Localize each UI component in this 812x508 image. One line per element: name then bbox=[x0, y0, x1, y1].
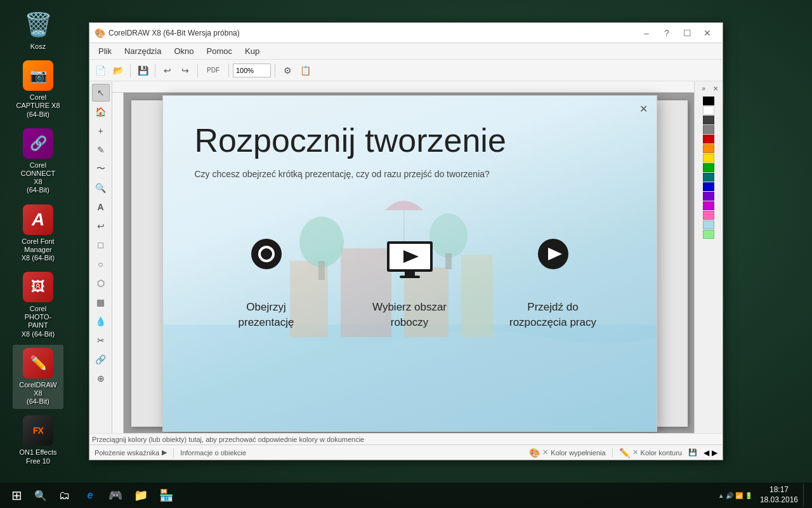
pdf-button[interactable]: PDF bbox=[202, 62, 225, 79]
color-swatch-yellow[interactable] bbox=[703, 154, 714, 163]
menu-narzedzia[interactable]: Narzędzia bbox=[118, 44, 168, 58]
menu-kup[interactable]: Kup bbox=[239, 44, 266, 58]
color-swatch-green[interactable] bbox=[703, 163, 714, 172]
modal-action-tour[interactable]: Obejrzyj prezentację bbox=[195, 217, 338, 349]
show-desktop-button[interactable] bbox=[803, 484, 807, 507]
zoom-input[interactable] bbox=[233, 64, 271, 77]
sep5 bbox=[275, 64, 275, 77]
home-tool[interactable]: 🏠 bbox=[92, 103, 110, 121]
left-toolbar: ↖ 🏠 + ✎ 〜 🔍 A ↩ □ ○ ⬡ ▦ 💧 ✂ 🔗 ⊕ bbox=[89, 81, 112, 433]
close-button[interactable]: ✕ bbox=[697, 25, 717, 41]
menu-bar: Plik Narzędzia Okno Pomoc Kup bbox=[89, 43, 723, 60]
color-swatch-teal[interactable] bbox=[703, 173, 714, 182]
desktop-icon-capture[interactable]: 📷 Corel CAPTURE X8 (64-Bit) bbox=[13, 57, 63, 122]
desktop-icon-on1[interactable]: FX ON1 Effects Free 10 bbox=[13, 412, 63, 468]
desktop-icon-connect[interactable]: 🔗 Corel CONNECT X8 (64-Bit) bbox=[13, 125, 63, 198]
save-button[interactable]: 💾 bbox=[134, 62, 151, 79]
nav-prev-button[interactable]: ◀ bbox=[704, 448, 709, 457]
contour-label: Kolor konturu bbox=[641, 449, 682, 457]
ruler-left bbox=[112, 93, 124, 433]
eyedropper-tool[interactable]: 💧 bbox=[92, 312, 110, 330]
shape-tool[interactable]: □ bbox=[92, 236, 110, 254]
color-strip: Przeciągnij kolory (lub obiekty) tutaj, … bbox=[89, 433, 723, 444]
panel-expand-button[interactable]: » bbox=[698, 83, 709, 94]
sep4 bbox=[228, 64, 229, 77]
explorer-button[interactable]: 📁 bbox=[131, 485, 151, 505]
steam-button[interactable]: 🎮 bbox=[105, 485, 126, 505]
sep1 bbox=[130, 64, 131, 77]
menu-pomoc[interactable]: Pomoc bbox=[200, 44, 239, 58]
tour-label: Obejrzyj prezentację bbox=[239, 300, 294, 330]
color-strip-hint: Przeciągnij kolory (lub obiekty) tutaj, … bbox=[92, 436, 364, 443]
color-swatch-gray[interactable] bbox=[703, 125, 714, 134]
contour-x-icon: ✕ bbox=[632, 448, 638, 457]
modal-action-workspace[interactable]: Wybierz obszar roboczy bbox=[338, 217, 481, 349]
main-area: ↖ 🏠 + ✎ 〜 🔍 A ↩ □ ○ ⬡ ▦ 💧 ✂ 🔗 ⊕ bbox=[89, 81, 723, 433]
menu-okno[interactable]: Okno bbox=[167, 44, 200, 58]
edge-button[interactable]: e bbox=[80, 485, 100, 505]
color-swatch-lightgreen[interactable] bbox=[703, 230, 714, 239]
color-swatch-magenta[interactable] bbox=[703, 201, 714, 210]
color-swatch-white[interactable] bbox=[703, 106, 714, 115]
select-tool[interactable]: ↖ bbox=[92, 84, 110, 102]
title-bar-buttons: – ? ☐ ✕ bbox=[636, 25, 717, 41]
nav-next-button[interactable]: ▶ bbox=[712, 448, 717, 457]
color-swatch-black[interactable] bbox=[703, 97, 714, 105]
color-swatch-purple[interactable] bbox=[703, 192, 714, 201]
desktop-icon-font[interactable]: A Corel Font Manager X8 (64-Bit) bbox=[13, 201, 63, 266]
modal-actions: Obejrzyj prezentację bbox=[195, 217, 625, 349]
interactive-tool[interactable]: 🔗 bbox=[92, 351, 110, 368]
text-tool[interactable]: A bbox=[92, 198, 110, 216]
start-icon bbox=[528, 236, 579, 287]
fill-tool[interactable]: ▦ bbox=[92, 293, 110, 311]
color-swatch-pink[interactable] bbox=[703, 211, 714, 220]
modal-action-start[interactable]: Przejdź do rozpoczęcia pracy bbox=[481, 217, 625, 349]
polygon-tool[interactable]: ⬡ bbox=[92, 274, 110, 292]
color-swatch-lightblue[interactable] bbox=[703, 220, 714, 229]
settings-button[interactable]: ⚙ bbox=[279, 62, 296, 79]
panel-close-button[interactable]: ✕ bbox=[710, 83, 721, 94]
plus-tool[interactable]: + bbox=[92, 122, 110, 140]
desktop-icon-coreldraw[interactable]: ✏️ CorelDRAW X8 (64-Bit) bbox=[13, 345, 63, 410]
plus-bottom-tool[interactable]: ⊕ bbox=[92, 370, 110, 387]
capture-label: Corel CAPTURE X8 (64-Bit) bbox=[16, 93, 60, 119]
recycle-icon: 🗑️ bbox=[23, 10, 53, 40]
color-swatch-red[interactable] bbox=[703, 135, 714, 144]
modal-close-button[interactable]: ✕ bbox=[636, 101, 652, 116]
undo-tool[interactable]: ↩ bbox=[92, 217, 110, 235]
zoom-tool[interactable]: 🔍 bbox=[92, 179, 110, 197]
start-button[interactable]: ⊞ bbox=[5, 484, 28, 507]
knife-tool[interactable]: ✂ bbox=[92, 331, 110, 349]
desktop: 🗑️ Kosz 📷 Corel CAPTURE X8 (64-Bit) 🔗 Co… bbox=[0, 0, 812, 508]
redo-button[interactable]: ↪ bbox=[177, 62, 193, 79]
color-swatch-blue[interactable] bbox=[703, 182, 714, 191]
start-label: Przejdź do rozpoczęcia pracy bbox=[509, 300, 596, 330]
color-swatch-darkgray[interactable] bbox=[703, 116, 714, 124]
svg-rect-17 bbox=[400, 276, 420, 278]
ellipse-tool[interactable]: ○ bbox=[92, 255, 110, 273]
font-label: Corel Font Manager X8 (64-Bit) bbox=[16, 237, 60, 263]
bezier-tool[interactable]: 〜 bbox=[92, 160, 110, 178]
time-display: 18:17 bbox=[769, 485, 789, 495]
svg-rect-16 bbox=[405, 272, 415, 276]
pencil-tool[interactable]: ✎ bbox=[92, 141, 110, 159]
desktop-icon-photo[interactable]: 🖼 Corel PHOTO-PAINT X8 (64-Bit) bbox=[13, 269, 63, 342]
view-button[interactable]: 📋 bbox=[297, 62, 313, 79]
help-button[interactable]: ? bbox=[657, 25, 677, 41]
maximize-button[interactable]: ☐ bbox=[677, 25, 697, 41]
recycle-label: Kosz bbox=[30, 43, 46, 51]
sep2 bbox=[155, 64, 155, 77]
undo-button[interactable]: ↩ bbox=[159, 62, 176, 79]
open-button[interactable]: 📂 bbox=[110, 62, 126, 79]
canvas-area[interactable]: ✕ Rozpocznij tworzenie Czy chcesz obejrz… bbox=[112, 81, 694, 433]
status-divider-1 bbox=[173, 448, 174, 457]
color-swatch-orange[interactable] bbox=[703, 144, 714, 153]
desktop-icon-recycle[interactable]: 🗑️ Kosz bbox=[13, 6, 63, 54]
search-button[interactable]: 🔍 bbox=[30, 485, 51, 505]
store-button[interactable]: 🏪 bbox=[156, 485, 176, 505]
new-button[interactable]: 📄 bbox=[92, 62, 108, 79]
minimize-button[interactable]: – bbox=[636, 25, 657, 41]
task-view-button[interactable]: 🗂 bbox=[55, 485, 75, 505]
menu-plik[interactable]: Plik bbox=[92, 44, 118, 58]
welcome-modal-overlay: ✕ Rozpocznij tworzenie Czy chcesz obejrz… bbox=[131, 100, 688, 427]
